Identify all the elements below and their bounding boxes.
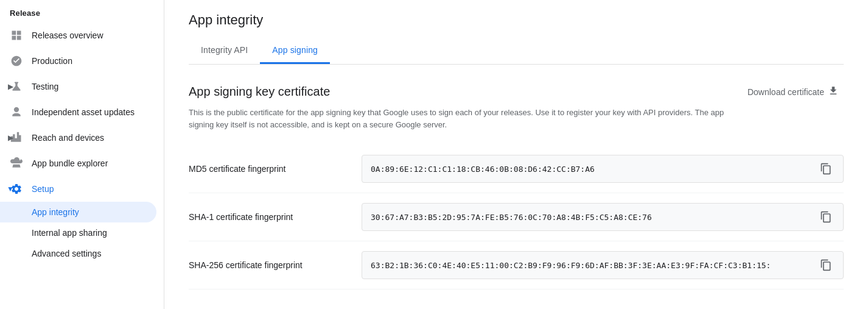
main-content: App integrity Integrity API App signing … bbox=[164, 0, 868, 309]
fingerprint-row-md5: MD5 certificate fingerprint 0A:89:6E:12:… bbox=[189, 145, 844, 193]
sha256-value-wrap: 63:B2:1B:36:C0:4E:40:E5:11:00:C2:B9:F9:9… bbox=[362, 251, 844, 279]
sidebar-item-testing[interactable]: ▶ Testing bbox=[0, 74, 156, 99]
sidebar-item-label: Production bbox=[32, 56, 72, 66]
sidebar-sub-item-advanced-settings[interactable]: Advanced settings bbox=[0, 243, 156, 264]
grid-icon bbox=[10, 29, 23, 42]
expand-setup-icon: ▼ bbox=[5, 183, 16, 194]
sha256-label: SHA-256 certificate fingerprint bbox=[189, 260, 347, 270]
sidebar-item-label: Reach and devices bbox=[32, 133, 104, 143]
sha1-copy-button[interactable] bbox=[817, 210, 835, 224]
download-certificate-label: Download certificate bbox=[747, 87, 824, 97]
sha1-value-wrap: 30:67:A7:B3:B5:2D:95:7A:FE:B5:76:0C:70:A… bbox=[362, 203, 844, 231]
sidebar-sub-item-app-integrity[interactable]: App integrity bbox=[0, 202, 156, 222]
sidebar-item-asset-updates[interactable]: Independent asset updates bbox=[0, 99, 156, 125]
sidebar-sub-item-internal-sharing[interactable]: Internal app sharing bbox=[0, 222, 156, 243]
tab-app-signing[interactable]: App signing bbox=[260, 38, 330, 64]
sidebar-item-label: Testing bbox=[32, 82, 58, 91]
sidebar-sub-item-label: Internal app sharing bbox=[32, 228, 107, 238]
sha1-label: SHA-1 certificate fingerprint bbox=[189, 212, 347, 222]
sidebar-sub-item-label: Advanced settings bbox=[32, 249, 101, 258]
sha1-value: 30:67:A7:B3:B5:2D:95:7A:FE:B5:76:0C:70:A… bbox=[371, 213, 813, 222]
download-icon bbox=[828, 85, 839, 98]
sidebar-item-label: Releases overview bbox=[32, 30, 103, 40]
md5-copy-button[interactable] bbox=[817, 162, 835, 176]
fingerprint-row-sha1: SHA-1 certificate fingerprint 30:67:A7:B… bbox=[189, 193, 844, 241]
sidebar-item-reach-devices[interactable]: ▶ Reach and devices bbox=[0, 125, 156, 151]
sidebar-item-label: Independent asset updates bbox=[32, 107, 135, 117]
md5-label: MD5 certificate fingerprint bbox=[189, 164, 347, 174]
sidebar-item-label: Setup bbox=[32, 184, 54, 194]
sidebar-item-setup[interactable]: ▼ Setup bbox=[0, 176, 156, 202]
tab-integrity-api[interactable]: Integrity API bbox=[189, 38, 260, 64]
section-title: App signing key certificate bbox=[189, 85, 330, 99]
sidebar-sub-item-label: App integrity bbox=[32, 207, 79, 217]
sidebar-item-releases-overview[interactable]: Releases overview bbox=[0, 23, 156, 48]
production-icon bbox=[10, 54, 23, 68]
sidebar: Release Releases overview Production ▶ T… bbox=[0, 0, 164, 309]
md5-value-wrap: 0A:89:6E:12:C1:C1:18:CB:46:0B:08:D6:42:C… bbox=[362, 155, 844, 183]
section-title-row: App signing key certificate Download cer… bbox=[189, 82, 844, 102]
page-title: App integrity bbox=[189, 12, 844, 28]
download-certificate-button[interactable]: Download certificate bbox=[743, 82, 844, 102]
bundle-icon bbox=[10, 157, 23, 170]
section-description: This is the public certificate for the a… bbox=[189, 107, 737, 130]
sidebar-item-label: App bundle explorer bbox=[32, 158, 108, 168]
tabs-container: Integrity API App signing bbox=[189, 38, 844, 65]
sidebar-item-bundle-explorer[interactable]: App bundle explorer bbox=[0, 151, 156, 176]
sha256-value: 63:B2:1B:36:C0:4E:40:E5:11:00:C2:B9:F9:9… bbox=[371, 261, 813, 270]
expand-reach-icon: ▶ bbox=[5, 132, 16, 143]
fingerprints-container: MD5 certificate fingerprint 0A:89:6E:12:… bbox=[189, 145, 844, 289]
sidebar-section-header: Release bbox=[0, 0, 164, 23]
asset-icon bbox=[10, 105, 23, 119]
md5-value: 0A:89:6E:12:C1:C1:18:CB:46:0B:08:D6:42:C… bbox=[371, 165, 813, 174]
sidebar-item-production[interactable]: Production bbox=[0, 48, 156, 74]
sha256-copy-button[interactable] bbox=[817, 258, 835, 272]
fingerprint-row-sha256: SHA-256 certificate fingerprint 63:B2:1B… bbox=[189, 241, 844, 289]
expand-testing-icon: ▶ bbox=[5, 81, 16, 92]
